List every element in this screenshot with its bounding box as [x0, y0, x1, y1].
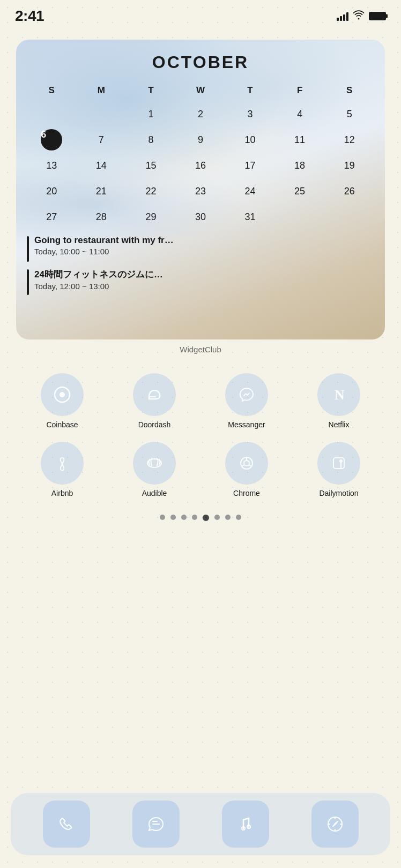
cal-day: 22: [126, 179, 176, 203]
cal-day: 15: [126, 154, 176, 177]
calendar-week-5: 27 28 29 30 31: [27, 205, 374, 229]
calendar-week-4: 20 21 22 23 24 25 26: [27, 179, 374, 203]
cal-hdr-4: T: [225, 81, 275, 100]
app-item-airbnb[interactable]: Airbnb: [16, 435, 108, 504]
widget-label: WidgetClub: [16, 345, 385, 354]
app-item-netflix[interactable]: N Netflix: [293, 367, 385, 435]
page-dot-1[interactable]: [160, 515, 165, 520]
cal-day: [77, 102, 127, 126]
event-content-1: Going to restaurant with my fr… Today, 1…: [34, 235, 174, 256]
cal-day: 26: [324, 179, 374, 203]
cal-day: [275, 205, 325, 229]
cal-day: 2: [176, 102, 226, 126]
dailymotion-icon: [317, 442, 360, 485]
cal-day: [27, 102, 77, 126]
cal-hdr-5: F: [275, 81, 325, 100]
cal-day: 28: [77, 205, 127, 229]
cal-day: 20: [27, 179, 77, 203]
app-item-messanger[interactable]: Messanger: [200, 367, 293, 435]
netflix-icon: N: [317, 373, 360, 416]
cal-day: 31: [225, 205, 275, 229]
page-dot-2[interactable]: [170, 515, 176, 520]
cal-day: 1: [126, 102, 176, 126]
app-label-netflix: Netflix: [329, 420, 350, 429]
calendar-widget-container: OCTOBER S M T W T F S 1 2 3 4 5: [16, 40, 385, 354]
app-label-dailymotion: Dailymotion: [319, 489, 358, 497]
doordash-icon: [133, 373, 176, 416]
app-item-dailymotion[interactable]: Dailymotion: [293, 435, 385, 504]
page-dot-4[interactable]: [192, 515, 197, 520]
cal-hdr-1: M: [77, 81, 127, 100]
messanger-icon: [225, 373, 268, 416]
status-time: 2:41: [15, 7, 44, 25]
app-label-coinbase: Coinbase: [46, 420, 78, 429]
cal-hdr-6: S: [324, 81, 374, 100]
calendar-week-2: 6 7 8 9 10 11 12: [27, 128, 374, 152]
app-grid: Coinbase Doordash Messanger N Netflix: [11, 367, 390, 504]
event-title-2: 24時間フィットネスのジムに…: [34, 268, 163, 281]
cal-day: 25: [275, 179, 325, 203]
dock-messages[interactable]: [132, 801, 180, 848]
app-item-audible[interactable]: Audible: [108, 435, 200, 504]
event-time-2: Today, 12:00 ~ 13:00: [34, 282, 163, 291]
calendar-widget[interactable]: OCTOBER S M T W T F S 1 2 3 4 5: [16, 40, 385, 339]
svg-rect-10: [333, 458, 344, 469]
event-time-1: Today, 10:00 ~ 11:00: [34, 247, 174, 256]
status-icons: [337, 10, 386, 22]
status-bar: 2:41: [0, 0, 401, 29]
page-dot-7[interactable]: [225, 515, 231, 520]
cal-day: 12: [324, 128, 374, 152]
app-label-audible: Audible: [142, 489, 167, 497]
cal-day: 8: [126, 128, 176, 152]
cal-day: 13: [27, 154, 77, 177]
page-dot-6[interactable]: [214, 515, 220, 520]
chrome-icon: [225, 442, 268, 485]
cal-day: 29: [126, 205, 176, 229]
audible-icon: [133, 442, 176, 485]
svg-point-6: [244, 461, 249, 466]
app-label-doordash: Doordash: [138, 420, 171, 429]
svg-text:N: N: [335, 387, 345, 403]
cal-day: [324, 205, 374, 229]
event-item-2[interactable]: 24時間フィットネスのジムに… Today, 12:00 ~ 13:00: [27, 268, 374, 295]
app-item-doordash[interactable]: Doordash: [108, 367, 200, 435]
cal-day: 4: [275, 102, 325, 126]
event-title-1: Going to restaurant with my fr…: [34, 235, 174, 246]
cal-day: 7: [77, 128, 127, 152]
calendar-week-3: 13 14 15 16 17 18 19: [27, 154, 374, 177]
cal-day: 5: [324, 102, 374, 126]
app-label-airbnb: Airbnb: [51, 489, 73, 497]
dock-phone[interactable]: [43, 801, 90, 848]
calendar-events: Going to restaurant with my fr… Today, 1…: [27, 235, 374, 295]
cal-day: 19: [324, 154, 374, 177]
page-dots: [0, 515, 401, 521]
event-item-1[interactable]: Going to restaurant with my fr… Today, 1…: [27, 235, 374, 262]
page-dot-3[interactable]: [181, 515, 187, 520]
app-label-chrome: Chrome: [233, 489, 260, 497]
cal-day: 14: [77, 154, 127, 177]
cal-day: 3: [225, 102, 275, 126]
cal-day: 16: [176, 154, 226, 177]
cal-day: 10: [225, 128, 275, 152]
cal-day: 23: [176, 179, 226, 203]
app-item-chrome[interactable]: Chrome: [200, 435, 293, 504]
cal-hdr-0: S: [27, 81, 77, 100]
cal-hdr-2: T: [126, 81, 176, 100]
cal-day: 9: [176, 128, 226, 152]
dock-music[interactable]: [222, 801, 269, 848]
event-content-2: 24時間フィットネスのジムに… Today, 12:00 ~ 13:00: [34, 268, 163, 291]
cal-day: 21: [77, 179, 127, 203]
dock-safari[interactable]: [311, 801, 359, 848]
app-item-coinbase[interactable]: Coinbase: [16, 367, 108, 435]
cal-day: 27: [27, 205, 77, 229]
coinbase-icon: [41, 373, 84, 416]
calendar-header-row: S M T W T F S: [27, 81, 374, 100]
cal-day: 24: [225, 179, 275, 203]
event-bar-2: [27, 269, 29, 295]
svg-line-8: [242, 465, 244, 466]
cal-day: 11: [275, 128, 325, 152]
cal-day: 30: [176, 205, 226, 229]
page-dot-8[interactable]: [236, 515, 241, 520]
signal-icon: [337, 11, 348, 21]
page-dot-5[interactable]: [203, 515, 209, 521]
